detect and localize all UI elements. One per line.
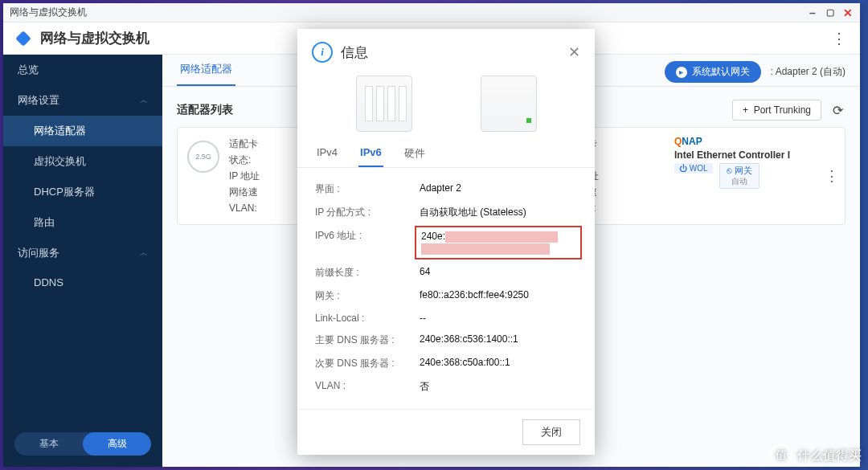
tab-ipv6[interactable]: IPv6 bbox=[358, 140, 383, 167]
sidebar-label: 网络适配器 bbox=[34, 124, 86, 138]
wol-badge: ⏻ WOL bbox=[674, 163, 713, 174]
kv-key: 界面 : bbox=[315, 182, 420, 196]
kv-value: 64 bbox=[420, 266, 577, 280]
sidebar-item-ddns[interactable]: DDNS bbox=[3, 268, 162, 296]
qnap-logo: QNAP bbox=[674, 136, 835, 147]
sidebar-group-access-services[interactable]: 访问服务 ︿ bbox=[3, 238, 162, 268]
device-graphic-row bbox=[297, 67, 595, 140]
sidebar-item-dhcp[interactable]: DHCP服务器 bbox=[3, 177, 162, 207]
chevron-up-icon: ︿ bbox=[140, 247, 148, 259]
watermark-icon: 值 bbox=[770, 444, 792, 467]
sidebar-label: DDNS bbox=[34, 276, 63, 288]
kv-key: 次要 DNS 服务器 : bbox=[315, 357, 420, 370]
sidebar-mode-toggle: 基本 高级 bbox=[3, 424, 162, 467]
app-icon bbox=[14, 30, 32, 47]
watermark: 值 什么值得买 bbox=[770, 444, 862, 467]
kv-value: 否 bbox=[420, 380, 577, 394]
sidebar-label: 访问服务 bbox=[18, 246, 59, 260]
kv-key: 主要 DNS 服务器 : bbox=[315, 333, 420, 347]
sidebar-item-overview[interactable]: 总览 bbox=[3, 55, 162, 85]
sidebar-group-network-settings[interactable]: 网络设置 ︿ bbox=[3, 85, 162, 116]
window-maximize-button[interactable]: ▢ bbox=[825, 7, 836, 18]
window-title: 网络与虚拟交换机 bbox=[10, 6, 87, 19]
sidebar-item-vswitch[interactable]: 虚拟交换机 bbox=[3, 146, 162, 177]
sidebar-label: DHCP服务器 bbox=[34, 185, 95, 199]
info-dialog: i 信息 ✕ IPv4 IPv6 硬件 界面 :Adapter 2 IP 分配方… bbox=[297, 29, 595, 455]
sidebar-item-route[interactable]: 路由 bbox=[3, 207, 162, 238]
port-trunking-button[interactable]: + Port Trunking bbox=[732, 100, 821, 121]
window-close-button[interactable]: ✕ bbox=[842, 7, 854, 18]
info-icon: i bbox=[312, 42, 333, 63]
kv-value: 240e:368:c50a:f00::1 bbox=[420, 357, 577, 370]
kv-key: VLAN : bbox=[315, 380, 420, 394]
dialog-title: 信息 bbox=[341, 43, 368, 62]
dialog-close-icon[interactable]: ✕ bbox=[568, 43, 580, 61]
tab-hardware[interactable]: 硬件 bbox=[403, 140, 427, 167]
card-menu-button[interactable]: ⋮ bbox=[825, 167, 838, 185]
gateway-tag: ⎋ 网关 自动 bbox=[719, 163, 760, 189]
nas-device-icon bbox=[356, 76, 412, 132]
tab-network-adapter[interactable]: 网络适配器 bbox=[177, 54, 235, 86]
window-minimize-button[interactable]: – bbox=[807, 7, 818, 18]
tab-ipv4[interactable]: IPv4 bbox=[315, 140, 339, 167]
kv-value: fe80::a236:bcff:fee4:9250 bbox=[420, 289, 577, 303]
dialog-body: 界面 :Adapter 2 IP 分配方式 :自动获取地址 (Stateless… bbox=[297, 168, 595, 409]
button-label: 系统默认网关 bbox=[692, 65, 750, 79]
system-default-gateway-button[interactable]: ▸ 系统默认网关 bbox=[665, 61, 761, 83]
adapter-list-header: 适配器列表 bbox=[177, 103, 233, 117]
redacted-block: x bbox=[421, 243, 550, 255]
controller-name: Intel Ethernet Controller I bbox=[674, 149, 835, 161]
sidebar-label: 路由 bbox=[34, 215, 55, 230]
adapter-details: 适配卡 状态: IP 地址 网络速 VLAN: bbox=[229, 136, 260, 216]
kv-key: IPv6 地址 : bbox=[315, 229, 420, 256]
watermark-text: 什么值得买 bbox=[797, 448, 862, 464]
sidebar: 总览 网络设置 ︿ 网络适配器 虚拟交换机 DHCP服务器 路由 访问服务 ︿ … bbox=[3, 55, 162, 467]
kv-key: IP 分配方式 : bbox=[315, 206, 420, 219]
sidebar-item-adapter[interactable]: 网络适配器 bbox=[3, 116, 162, 146]
kv-key: 前缀长度 : bbox=[315, 266, 420, 280]
gateway-icon: ▸ bbox=[676, 67, 687, 78]
mode-advanced-button[interactable]: 高级 bbox=[83, 432, 151, 456]
kv-value: 240e:368:c536:1400::1 bbox=[420, 333, 577, 347]
sidebar-label: 虚拟交换机 bbox=[34, 154, 86, 169]
nas-device-icon bbox=[481, 76, 537, 132]
os-titlebar: 网络与虚拟交换机 – ▢ ✕ bbox=[3, 3, 860, 22]
kv-key: Link-Local : bbox=[315, 313, 420, 324]
ipv6-address-value: 240e:x x bbox=[415, 226, 582, 260]
dialog-tabs: IPv4 IPv6 硬件 bbox=[297, 140, 595, 168]
redacted-block: x bbox=[445, 231, 558, 243]
sidebar-label: 总览 bbox=[18, 63, 39, 77]
gateway-value: : Adapter 2 (自动) bbox=[771, 65, 845, 79]
sidebar-label: 网络设置 bbox=[18, 93, 59, 108]
kv-value: -- bbox=[420, 313, 577, 324]
nic-status-icon: 2.5G bbox=[187, 141, 219, 173]
refresh-button[interactable]: ⟳ bbox=[829, 102, 845, 118]
app-more-button[interactable]: ⋮ bbox=[829, 28, 849, 49]
mode-basic-button[interactable]: 基本 bbox=[14, 432, 83, 456]
app-title: 网络与虚拟交换机 bbox=[40, 29, 149, 47]
chevron-up-icon: ︿ bbox=[140, 95, 148, 106]
dialog-close-button[interactable]: 关闭 bbox=[522, 419, 580, 445]
kv-value: Adapter 2 bbox=[420, 182, 577, 196]
kv-key: 网关 : bbox=[315, 289, 420, 303]
kv-value: 自动获取地址 (Stateless) bbox=[420, 206, 577, 219]
